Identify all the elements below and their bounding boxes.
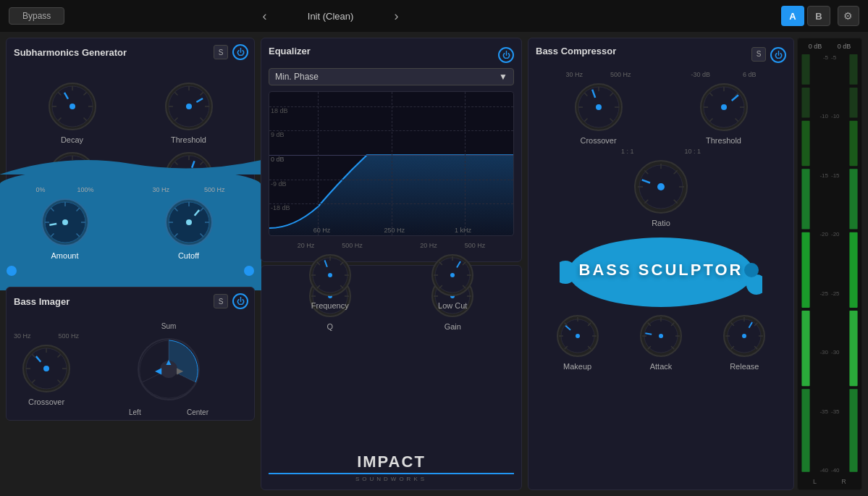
subharmonics-top-knobs: Decay: [14, 80, 247, 144]
amount-knob-group: 0% 100%: [36, 186, 94, 260]
threshold-knob[interactable]: [163, 80, 215, 133]
vu-right-meter: [848, 53, 859, 475]
vu-right-0db-label: 0 dB: [838, 43, 851, 50]
vu-scale-r-neg10: -10: [831, 113, 846, 119]
eq-mode-label: Min. Phase: [275, 72, 319, 82]
eq-lowcut-min: 20 Hz: [420, 242, 437, 249]
comp-attack-knob[interactable]: [638, 313, 684, 359]
vu-scale-neg40: -40: [814, 467, 828, 474]
top-bar: Bypass ‹ Init (Clean) › A B ⚙: [0, 0, 868, 32]
bass-imager-power-button[interactable]: ⏻: [232, 293, 248, 309]
cutoff-min: 30 Hz: [153, 186, 170, 193]
dropdown-arrow-icon: ▼: [499, 72, 507, 82]
eq-mode-dropdown[interactable]: Min. Phase ▼: [269, 68, 514, 85]
cutoff-knob[interactable]: [163, 196, 215, 248]
svg-rect-208: [849, 311, 857, 386]
center-label: Center: [187, 408, 208, 416]
amount-knob[interactable]: [39, 196, 91, 248]
comp-crossover-min: 30 Hz: [566, 71, 583, 78]
svg-rect-198: [801, 121, 809, 166]
decay-knob[interactable]: [46, 80, 98, 133]
vu-scale-r-neg5: -5: [831, 54, 846, 61]
sum-label: Sum: [161, 322, 177, 330]
center-panel: Equalizer ⏻ Min. Phase ▼ 18 dB 9 dB 0 dB…: [261, 32, 528, 496]
cutoff-label: Cutoff: [178, 251, 199, 260]
svg-point-10: [69, 104, 75, 109]
comp-release-knob[interactable]: [721, 313, 767, 359]
threshold-label: Threshold: [171, 135, 206, 144]
subharmonics-s-button[interactable]: S: [214, 45, 228, 59]
comp-crossover-group: 30 Hz 500 Hz: [566, 71, 631, 145]
prev-preset-button[interactable]: ‹: [257, 6, 273, 27]
comp-makeup-label: Makeup: [563, 362, 591, 371]
bypass-button[interactable]: Bypass: [9, 7, 64, 25]
compressor-title: Bass Compressor: [536, 46, 616, 56]
comp-makeup-knob[interactable]: [555, 313, 601, 359]
vu-left-svg: [801, 53, 811, 475]
ab-b-button[interactable]: B: [807, 6, 830, 26]
comp-ratio-knob[interactable]: [632, 158, 690, 216]
svg-rect-202: [801, 389, 809, 472]
eq-q-label: Q: [326, 322, 333, 331]
svg-rect-199: [801, 169, 809, 229]
subharmonics-controls: S ⏻: [214, 44, 248, 60]
stereo-wheel[interactable]: ▲ ◀ ▶: [129, 333, 208, 405]
vu-scale-neg25: -25: [814, 290, 828, 297]
svg-rect-204: [849, 88, 857, 118]
svg-rect-201: [801, 311, 809, 386]
impact-logo-text: IMPACT: [269, 453, 514, 471]
svg-point-147: [721, 104, 727, 110]
settings-icon[interactable]: ⚙: [838, 6, 859, 26]
vu-left-meter: [801, 53, 811, 475]
svg-line-53: [49, 224, 56, 225]
preset-navigation: ‹ Init (Clean) ›: [257, 6, 405, 27]
imager-crossover-max: 500 Hz: [58, 332, 79, 340]
impact-logo-sub: SOUNDWORKS: [269, 476, 514, 482]
blue-dot-right: [244, 266, 254, 276]
vu-r-label: R: [841, 478, 846, 485]
comp-crossover-max: 500 Hz: [610, 71, 631, 78]
imager-crossover-min: 30 Hz: [14, 332, 31, 340]
eq-title: Equalizer: [269, 46, 311, 56]
threshold-knob-group: Threshold: [163, 80, 215, 144]
left-panel: Subharmonics Generator S ⏻: [0, 32, 261, 496]
svg-point-54: [62, 219, 68, 225]
eq-frequency-knob[interactable]: [307, 252, 353, 298]
svg-point-136: [596, 104, 602, 110]
svg-point-173: [576, 334, 580, 338]
vu-meter-panel: 0 dB 0 dB: [797, 38, 862, 490]
next-preset-button[interactable]: ›: [389, 6, 405, 27]
comp-crossover-knob[interactable]: [573, 81, 625, 133]
compressor-power-button[interactable]: ⏻: [770, 47, 786, 63]
vu-bars: -5 -10 -15 -20 -25 -30 -35 -40 -5 -10 -1…: [801, 53, 859, 475]
eq-lowcut-label: Low Cut: [438, 301, 467, 310]
decay-label: Decay: [61, 135, 83, 144]
compressor-s-button[interactable]: S: [751, 47, 766, 62]
eq-lowcut-knob[interactable]: [429, 252, 476, 298]
eq-display: 18 dB 9 dB 0 dB -9 dB -18 dB: [269, 91, 514, 236]
eq-freq-1khz: 1 kHz: [455, 227, 471, 234]
ab-a-button[interactable]: A: [781, 6, 804, 26]
vu-scale-neg15: -15: [814, 172, 828, 179]
right-panel: Bass Compressor S ⏻ 30 Hz 500 Hz: [528, 32, 868, 496]
svg-rect-200: [801, 232, 809, 308]
comp-ratio-max: 10 : 1: [684, 148, 701, 155]
vu-scale-r-neg35: -35: [831, 408, 846, 415]
ab-group: A B: [781, 6, 830, 26]
eq-power-button[interactable]: ⏻: [498, 47, 514, 63]
subharmonics-power-button[interactable]: ⏻: [232, 44, 248, 60]
vu-scale-right: -5 -10 -15 -20 -25 -30 -35 -40: [831, 53, 846, 475]
eq-gain-label: Gain: [444, 322, 461, 331]
comp-ratio-group: 1 : 1 10 : 1: [621, 148, 701, 227]
impact-logo: IMPACT SOUNDWORKS: [269, 453, 514, 482]
comp-threshold-knob[interactable]: [698, 81, 750, 133]
compressor-panel: Bass Compressor S ⏻ 30 Hz 500 Hz: [528, 38, 794, 490]
eq-freq-60hz: 60 Hz: [313, 227, 331, 234]
imager-crossover-knob[interactable]: [20, 342, 72, 395]
svg-point-92: [328, 273, 332, 277]
svg-text:◀: ◀: [155, 366, 162, 376]
blue-dot-left: [7, 266, 17, 276]
bass-imager-s-button[interactable]: S: [214, 294, 228, 308]
svg-point-184: [659, 334, 663, 338]
svg-rect-207: [849, 232, 857, 308]
